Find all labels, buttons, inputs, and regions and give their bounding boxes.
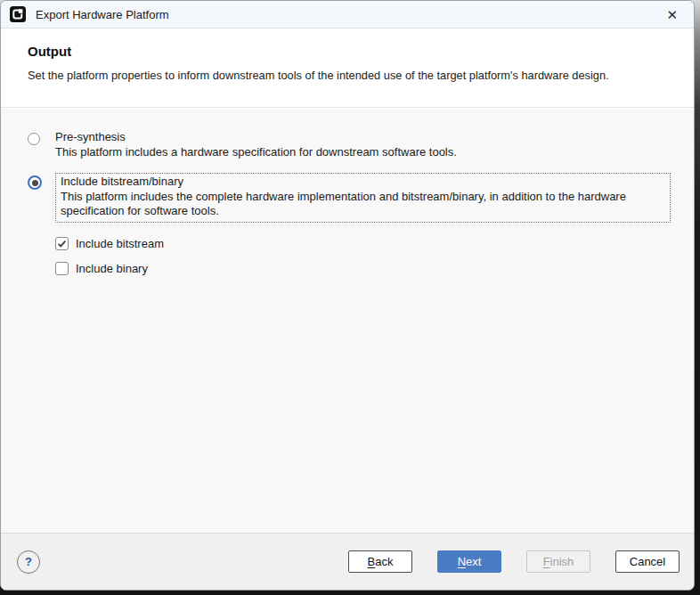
close-icon: ✕ (666, 7, 678, 22)
button-group: Back Next Finish Cancel (323, 550, 680, 573)
radio-dot (32, 180, 38, 186)
radio-option-pre-synthesis[interactable]: Pre-synthesis This platform includes a h… (28, 130, 694, 159)
option-description: This platform includes the complete hard… (61, 190, 665, 219)
cancel-button[interactable]: Cancel (615, 550, 680, 573)
wizard-content: Pre-synthesis This platform includes a h… (1, 109, 694, 534)
title-bar: Export Hardware Platform ✕ (1, 1, 694, 29)
wizard-footer: ? Back Next Finish Cancel (1, 533, 694, 590)
help-button[interactable]: ? (17, 550, 40, 574)
window-title: Export Hardware Platform (36, 8, 169, 21)
checkbox-checked-icon[interactable] (55, 237, 69, 250)
checkbox-label: Include bitstream (76, 237, 164, 250)
export-hardware-platform-dialog: Export Hardware Platform ✕ Output Set th… (0, 0, 695, 591)
radio-selected-icon[interactable] (28, 175, 42, 190)
option-text-block: Pre-synthesis This platform includes a h… (55, 130, 457, 159)
sub-options-group: Include bitstream Include binary (55, 237, 694, 275)
checkmark-icon (57, 239, 67, 249)
radio-unselected-icon[interactable] (28, 133, 40, 145)
next-button[interactable]: Next (437, 550, 501, 573)
checkbox-option-include-binary[interactable]: Include binary (55, 262, 694, 275)
option-label: Include bitstream/binary (61, 175, 665, 190)
close-button[interactable]: ✕ (663, 6, 681, 23)
checkbox-unchecked-icon[interactable] (55, 262, 69, 275)
option-label: Pre-synthesis (55, 130, 457, 145)
back-button[interactable]: Back (348, 550, 412, 573)
vivado-logo-icon (10, 6, 26, 22)
checkbox-option-include-bitstream[interactable]: Include bitstream (55, 237, 694, 250)
wizard-header: Output Set the platform properties to in… (1, 29, 694, 108)
page-description: Set the platform properties to inform do… (28, 69, 667, 82)
finish-button: Finish (526, 550, 590, 573)
radio-option-include-bitstream-binary[interactable]: Include bitstream/binary This platform i… (28, 173, 694, 223)
page-title: Output (28, 44, 667, 59)
checkbox-label: Include binary (76, 262, 148, 275)
focused-option-text-block[interactable]: Include bitstream/binary This platform i… (55, 173, 671, 223)
question-mark-icon: ? (25, 555, 32, 568)
option-description: This platform includes a hardware specif… (55, 145, 457, 160)
